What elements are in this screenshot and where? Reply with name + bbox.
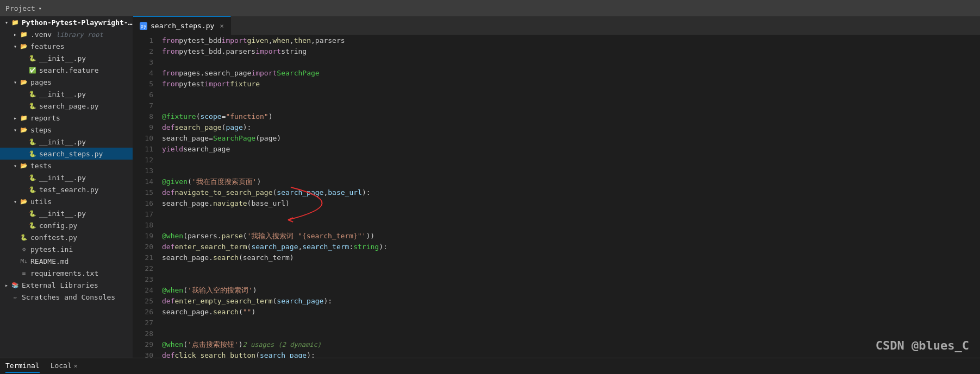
sidebar-item-reports[interactable]: 📁 reports	[0, 112, 133, 124]
sidebar-item-conftest[interactable]: 🐍 conftest.py	[0, 231, 133, 243]
code-line	[162, 209, 980, 220]
tab-search_steps[interactable]: pysearch_steps.py×	[133, 16, 231, 35]
tab-bar: pysearch_steps.py×	[133, 16, 980, 35]
line-number: 22	[133, 263, 153, 274]
feature-icon: ✅	[28, 66, 37, 74]
code-line	[162, 57, 980, 68]
line-number: 15	[133, 187, 153, 198]
tab-icon-python: py	[140, 22, 147, 30]
tab-close-button[interactable]: ×	[220, 22, 223, 30]
python-icon: 🐍	[28, 209, 37, 218]
code-line: yield search_page	[162, 144, 980, 155]
sidebar-item-label: search_page.py	[39, 102, 99, 110]
line-number: 23	[133, 274, 153, 285]
sidebar-item-tests[interactable]: 📂 tests	[0, 160, 133, 172]
sidebar-item-label: reports	[30, 114, 60, 122]
folder-arrow	[11, 127, 20, 133]
sidebar-item-label: External Libraries	[22, 281, 98, 289]
ini-icon: ⚙	[20, 245, 28, 253]
sidebar-item-init_features[interactable]: 🐍 __init__.py	[0, 52, 133, 64]
line-number: 25	[133, 296, 153, 307]
sidebar-item-features[interactable]: 📂 features	[0, 40, 133, 52]
folder-arrow	[11, 79, 20, 85]
sidebar-item-init_tests[interactable]: 🐍 __init__.py	[0, 172, 133, 183]
sidebar-item-search_page_py[interactable]: 🐍 search_page.py	[0, 100, 133, 112]
sidebar-item-init_steps[interactable]: 🐍 __init__.py	[0, 136, 133, 148]
sidebar-item-search_feature[interactable]: ✅ search.feature	[0, 64, 133, 76]
bottom-tab-terminal[interactable]: Terminal	[5, 359, 40, 373]
bottom-panel: TerminalLocal×	[0, 358, 980, 374]
python-icon: 🐍	[28, 54, 37, 62]
sidebar-item-readme[interactable]: M↓ README.md	[0, 255, 133, 267]
line-number: 11	[133, 144, 153, 155]
sidebar-item-label: README.md	[30, 257, 68, 265]
sidebar-item-label: search.feature	[39, 66, 99, 74]
sidebar-item-label: test_search.py	[39, 186, 99, 194]
sidebar-item-label: config.py	[39, 221, 77, 230]
code-line: from pytest import fixture	[162, 79, 980, 90]
bottom-tab-local[interactable]: Local×	[51, 359, 78, 373]
line-number: 12	[133, 155, 153, 166]
sidebar-item-label: pytest.ini	[30, 245, 73, 253]
code-line	[162, 220, 980, 231]
line-number: 7	[133, 100, 153, 111]
sidebar-item-config_py[interactable]: 🐍 config.py	[0, 219, 133, 231]
sidebar-item-scratches[interactable]: ✏ Scratches and Consoles	[0, 291, 133, 303]
code-line	[162, 90, 980, 100]
root-label: Python-Pytest-Playwright-BDD	[22, 18, 133, 27]
folder-arrow	[11, 115, 20, 121]
code-line: @when('我输入空的搜索词')	[162, 285, 980, 296]
line-number: 28	[133, 328, 153, 339]
code-line: from pytest_bdd import given, when, then…	[162, 35, 980, 46]
folder-icon: 📂	[20, 78, 28, 86]
sidebar-item-label: __init__.py	[39, 174, 86, 182]
python-icon: 🐍	[28, 90, 37, 98]
code-content[interactable]: from pytest_bdd import given, when, then…	[158, 35, 980, 358]
sidebar-root[interactable]: 📁 Python-Pytest-Playwright-BDD	[0, 16, 133, 28]
code-line: @given('我在百度搜索页面')	[162, 176, 980, 187]
code-line	[162, 328, 980, 339]
python-icon: 🐍	[28, 221, 37, 230]
sidebar-item-external_libs[interactable]: 📚 External Libraries	[0, 279, 133, 291]
sidebar-item-pages[interactable]: 📂 pages	[0, 76, 133, 88]
code-line: def enter_search_term(search_page, searc…	[162, 242, 980, 252]
sidebar-item-venv[interactable]: 📁 .venv library root	[0, 28, 133, 40]
line-numbers: 1234567891011121314151617181920212223242…	[133, 35, 158, 358]
chevron-icon: ▾	[39, 5, 42, 11]
sidebar-item-requirements[interactable]: ≡ requirements.txt	[0, 267, 133, 279]
code-line: def enter_empty_search_term(search_page)…	[162, 296, 980, 307]
project-label[interactable]: Project	[5, 4, 35, 12]
code-line: from pytest_bdd.parsers import string	[162, 46, 980, 57]
sidebar-item-init_utils[interactable]: 🐍 __init__.py	[0, 207, 133, 219]
sidebar-item-utils[interactable]: 📂 utils	[0, 195, 133, 207]
sidebar-item-label: __init__.py	[39, 54, 86, 62]
folder-arrow	[11, 163, 20, 169]
sidebar-item-steps[interactable]: 📂 steps	[0, 124, 133, 136]
folder-icon: 📂	[20, 161, 28, 170]
line-number: 3	[133, 57, 153, 68]
sidebar-item-search_steps_py[interactable]: 🐍 search_steps.py	[0, 148, 133, 160]
sidebar-item-pytest_ini[interactable]: ⚙ pytest.ini	[0, 243, 133, 255]
code-line	[162, 274, 980, 285]
sidebar-item-label: requirements.txt	[30, 269, 98, 277]
editor-area: 1234567891011121314151617181920212223242…	[133, 35, 980, 358]
title-bar: Project ▾	[0, 0, 980, 16]
code-line	[162, 100, 980, 111]
code-line: @when('点击搜索按钮') 2 usages (2 dynamic)	[162, 339, 980, 350]
line-number: 9	[133, 122, 153, 133]
code-line: search_page.search(search_term)	[162, 252, 980, 263]
tab-label: search_steps.py	[151, 22, 214, 30]
folder-icon: 📂	[20, 42, 28, 50]
line-number: 17	[133, 209, 153, 220]
sidebar-item-label: __init__.py	[39, 138, 86, 146]
txt-icon: ≡	[20, 269, 28, 277]
sidebar-item-test_search[interactable]: 🐍 test_search.py	[0, 183, 133, 195]
bottom-tab-close[interactable]: ×	[74, 363, 78, 370]
sidebar-item-label: features	[30, 42, 65, 50]
line-number: 26	[133, 307, 153, 318]
line-number: 19	[133, 231, 153, 242]
folder-icon: 📂	[20, 125, 28, 134]
folder-icon: 📁	[11, 18, 20, 27]
sidebar-item-init_pages[interactable]: 🐍 __init__.py	[0, 88, 133, 100]
line-number: 27	[133, 318, 153, 328]
